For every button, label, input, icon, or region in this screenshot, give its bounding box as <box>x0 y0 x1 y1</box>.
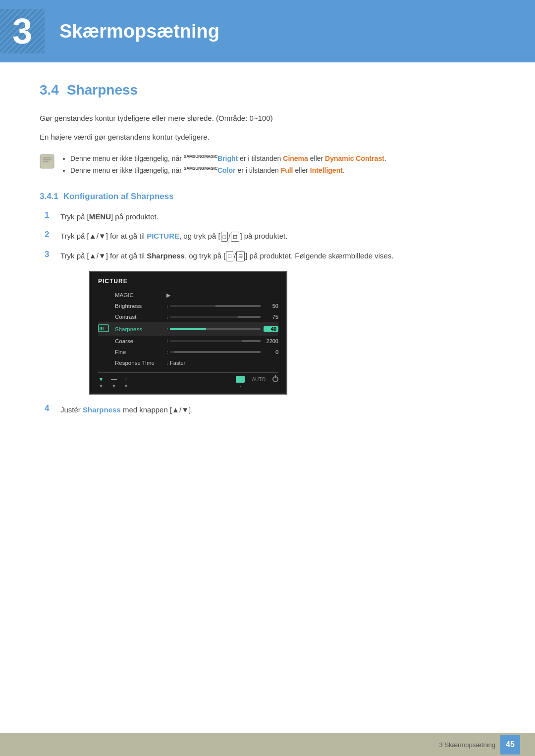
bottom-icon-enter: · <box>236 376 245 389</box>
screen-bottom: ▼ ▼ — ▼ + ▼ <box>98 372 278 389</box>
bar-value-fine: 0 <box>264 349 278 355</box>
chapter-title: Skærmopsætning <box>54 21 219 42</box>
note2-full: Full <box>281 166 293 174</box>
bar-fill-fine <box>170 351 174 353</box>
step2-btn2: ⊟ <box>231 232 239 242</box>
chapter-number: 3 <box>12 13 32 49</box>
step-2-number: 2 <box>45 230 54 240</box>
step-4-number: 4 <box>45 403 54 413</box>
note1-samsung: SAMSUNG <box>184 154 204 159</box>
screen-title: PICTURE <box>98 278 278 285</box>
note1-or: eller <box>308 154 325 162</box>
bottom-down-label: ▼ <box>99 384 103 389</box>
menu-colon-sharpness: : <box>166 326 168 332</box>
bar-area-sharpness: 40 <box>170 326 278 332</box>
note2-magic: MAGIC <box>204 166 217 171</box>
bottom-plus-label: ▼ <box>124 384 128 389</box>
subsection-number: 3.4.1 <box>40 192 58 202</box>
bottom-power-icon <box>272 376 278 382</box>
note2-or: eller <box>293 166 310 174</box>
step-4-text: Justér Sharpness med knappen [▲/▼]. <box>60 403 193 416</box>
step2-picture: PICTURE <box>147 232 179 240</box>
menu-colon-brightness: : <box>166 303 168 309</box>
bottom-plus-icon: + <box>124 376 128 383</box>
menu-row-contrast: Contrast : 75 <box>98 311 278 322</box>
note-icon <box>40 154 54 169</box>
note-box: Denne menu er ikke tilgængelig, når SAMS… <box>40 153 495 177</box>
note2-end: . <box>343 166 345 174</box>
bottom-auto-text: AUTO <box>252 377 266 382</box>
monitor-screen: PICTURE MAGIC ▶ Brightness : <box>89 271 287 395</box>
bar-value-sharpness: 40 <box>264 326 278 332</box>
step-3-text: Tryk på [▲/▼] for at gå til Sharpness, o… <box>60 250 394 262</box>
bottom-icons-left: ▼ ▼ — ▼ + ▼ <box>98 376 128 389</box>
footer-page-number: 45 <box>500 735 520 755</box>
menu-row-coarse: Coarse : 2200 <box>98 336 278 347</box>
bar-fill-contrast <box>170 316 238 318</box>
note2-prefix: Denne menu er ikke tilgængelig, når <box>70 166 184 174</box>
main-content: 3.4 Sharpness Gør genstandes kontur tyde… <box>0 82 535 463</box>
svg-rect-0 <box>40 154 54 168</box>
section-heading: 3.4 Sharpness <box>40 82 495 98</box>
steps-list: 1 Tryk på [MENU] på produktet. 2 Tryk på… <box>45 210 495 416</box>
page-footer: 3 Skærmopsætning 45 <box>0 733 535 756</box>
step3-btn1: □ <box>226 251 233 261</box>
menu-label-magic: MAGIC <box>112 292 166 298</box>
page-header: 3 Skærmopsætning <box>0 0 535 62</box>
bar-value-brightness: 50 <box>264 303 278 309</box>
note1-magic: MAGIC <box>204 154 217 159</box>
bottom-power-label: · <box>275 383 276 388</box>
bar-fill-coarse <box>170 340 242 342</box>
note2-samsung: SAMSUNG <box>184 166 204 171</box>
menu-label-sharpness: Sharpness <box>112 326 166 332</box>
bar-bg-coarse <box>170 340 261 342</box>
screen-menu: MAGIC ▶ Brightness : 50 <box>98 290 278 368</box>
menu-label-fine: Fine <box>112 349 166 355</box>
step-1: 1 Tryk på [MENU] på produktet. <box>45 210 495 223</box>
note1-prefix: Denne menu er ikke tilgængelig, når <box>70 154 184 162</box>
note1-bright: Bright <box>217 154 238 162</box>
menu-icon-sharpness <box>98 324 112 334</box>
bottom-minus-icon: — <box>111 376 117 383</box>
step1-menu: MENU <box>89 212 111 221</box>
bottom-icon-minus: — ▼ <box>111 376 117 389</box>
bottom-icon-down: ▼ ▼ <box>98 376 104 389</box>
step2-btn1: □ <box>221 232 228 242</box>
bottom-enter-label: · <box>240 384 241 389</box>
bar-bg-fine <box>170 351 261 353</box>
menu-label-response: Response Time <box>112 360 166 366</box>
menu-arrow-magic: ▶ <box>166 292 170 299</box>
menu-label-brightness: Brightness <box>112 303 166 309</box>
bar-area-coarse: 2200 <box>170 338 278 344</box>
bar-bg-contrast <box>170 316 261 318</box>
note2-intelligent: Intelligent <box>310 166 343 174</box>
bar-area-brightness: 50 <box>170 303 278 309</box>
step-4: 4 Justér Sharpness med knappen [▲/▼]. <box>45 403 495 416</box>
menu-row-sharpness: Sharpness : 40 <box>98 322 278 336</box>
bar-area-contrast: 75 <box>170 314 278 320</box>
menu-row-magic: MAGIC ▶ <box>98 290 278 301</box>
step-3: 3 Tryk på [▲/▼] for at gå til Sharpness,… <box>45 250 495 262</box>
bottom-icons-right: · AUTO · · <box>236 376 278 389</box>
menu-colon-coarse: : <box>166 338 168 344</box>
note2-mid: er i tilstanden <box>236 166 281 174</box>
chapter-number-box: 3 <box>0 9 45 53</box>
menu-row-brightness: Brightness : 50 <box>98 301 278 311</box>
intro-text-1: Gør genstandes kontur tydeligere eller m… <box>40 112 495 125</box>
bottom-down-icon: ▼ <box>98 376 104 383</box>
section-title: Sharpness <box>67 82 138 98</box>
menu-value-response: Faster <box>170 360 185 366</box>
section-number: 3.4 <box>40 82 59 98</box>
note1-cinema: Cinema <box>283 154 308 162</box>
menu-label-contrast: Contrast <box>112 314 166 320</box>
subsection-title: Konfiguration af Sharpness <box>63 192 174 202</box>
step-1-number: 1 <box>45 210 54 220</box>
bottom-auto-label: · <box>258 383 260 388</box>
menu-colon-contrast: : <box>166 314 168 320</box>
note1-mid: er i tilstanden <box>238 154 283 162</box>
bar-area-fine: 0 <box>170 349 278 355</box>
screen-container: PICTURE MAGIC ▶ Brightness : <box>89 271 495 395</box>
step3-sharpness: Sharpness <box>147 252 185 260</box>
menu-label-coarse: Coarse <box>112 338 166 344</box>
step4-sharpness: Sharpness <box>83 405 121 414</box>
